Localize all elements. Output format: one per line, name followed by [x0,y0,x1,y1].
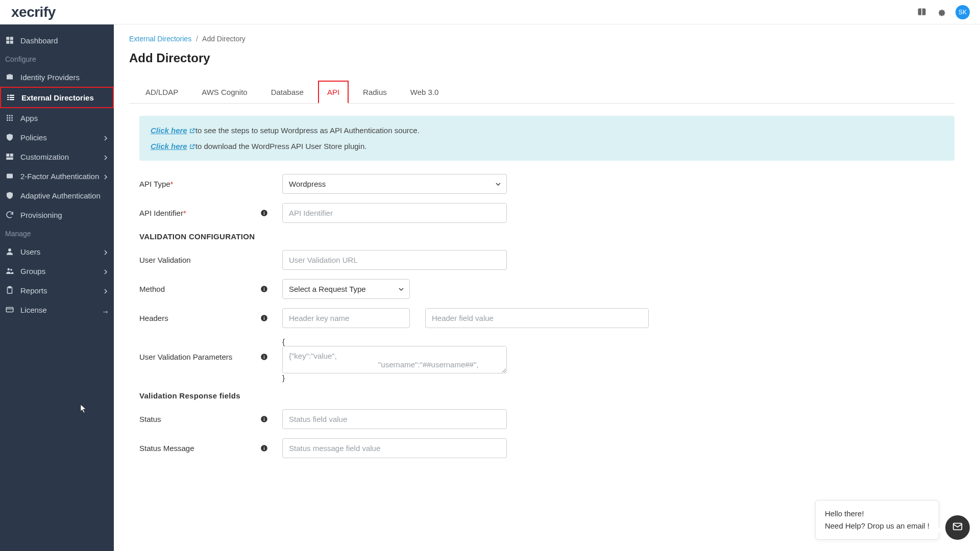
tab-ad-ldap[interactable]: AD/LDAP [136,81,187,104]
input-user-validation[interactable] [282,250,507,270]
chat-popup: Hello there! Need Help? Drop us an email… [815,500,970,540]
info-icon[interactable]: i [260,444,268,452]
logo-text-left: xec [11,4,34,20]
logo-text-right: rify [34,4,56,20]
sidebar-item-license[interactable]: License [0,300,114,319]
gear-icon[interactable] [936,7,946,17]
sidebar-item-customization[interactable]: Customization [0,147,114,166]
sidebar-item-label: External Directories [21,93,94,102]
breadcrumb: External Directories / Add Directory [129,35,954,43]
sidebar-item-identity-providers[interactable]: Identity Providers [0,67,114,87]
sidebar-item-apps[interactable]: Apps [0,108,114,128]
label-status-message: Status Message [139,444,194,453]
tab-radius[interactable]: Radius [354,81,396,104]
sidebar-item-policies[interactable]: Policies [0,128,114,147]
sidebar-item-label: License [20,306,47,314]
sidebar-item-label: Policies [20,133,47,142]
input-header-value[interactable] [425,308,649,328]
sidebar-item-label: Identity Providers [20,73,80,82]
user-icon [5,247,14,256]
svg-text:i: i [263,417,264,422]
label-params: User Validation Parameters [139,353,232,361]
breadcrumb-current: Add Directory [202,35,246,43]
info-text-2: to download the WordPress API User Store… [195,142,367,151]
sidebar-item-reports[interactable]: Reports [0,281,114,300]
info-icon[interactable]: i [260,314,268,322]
keypad-icon [5,171,14,181]
sidebar-item-adaptive-auth[interactable]: Adaptive Authentication [0,186,114,205]
sidebar-item-users[interactable]: Users [0,242,114,261]
svg-rect-19 [6,154,9,157]
sidebar-item-groups[interactable]: Groups [0,261,114,281]
tab-api[interactable]: API [318,81,349,104]
chevron-right-icon [103,268,109,274]
tab-database[interactable]: Database [262,81,313,104]
info-icon[interactable]: i [260,285,268,293]
svg-rect-20 [10,154,13,157]
svg-point-18 [11,119,13,121]
chat-bubble: Hello there! Need Help? Drop us an email… [815,500,939,540]
sidebar-item-2fa[interactable]: 2-Factor Authentication [0,166,114,186]
input-status[interactable] [282,409,507,429]
info-icon[interactable]: i [260,353,268,361]
row-params: User Validation Parameters i { } [139,337,954,382]
brace-close: } [282,373,670,382]
card-icon [5,305,14,314]
sidebar: Dashboard Configure Identity Providers E… [0,24,114,551]
logo[interactable]: xec rify [11,5,56,20]
svg-point-17 [9,119,11,121]
input-api-identifier[interactable] [282,203,507,223]
sidebar-item-label: Groups [20,267,45,276]
svg-rect-2 [6,41,9,44]
main-content: External Directories / Add Directory Add… [114,24,980,551]
header-right: SK [917,5,970,19]
click-here-link-2[interactable]: Click here [151,142,195,151]
chevron-right-icon [103,248,109,255]
dashboard-icon [5,36,14,45]
breadcrumb-parent[interactable]: External Directories [129,35,191,43]
form-area: Click here to see the steps to setup Wor… [129,104,954,458]
svg-rect-7 [10,97,14,98]
avatar[interactable]: SK [955,5,970,19]
row-method: Method i Select a Request Type [139,279,954,299]
select-method[interactable]: Select a Request Type [282,279,410,299]
input-header-key[interactable] [282,308,410,328]
sidebar-item-external-directories[interactable]: External Directories [0,87,114,108]
tab-aws-cognito[interactable]: AWS Cognito [192,81,256,104]
top-header: xec rify SK [0,0,980,24]
sidebar-item-provisioning[interactable]: Provisioning [0,205,114,224]
svg-rect-3 [10,41,13,44]
brace-open: { [282,337,670,346]
info-icon[interactable]: i [260,415,268,423]
label-headers: Headers [139,314,168,322]
sidebar-item-label: 2-Factor Authentication [20,172,99,181]
svg-rect-0 [6,37,9,40]
row-headers: Headers i [139,308,954,328]
textarea-params[interactable] [282,346,507,373]
svg-text:i: i [263,316,264,321]
sidebar-item-dashboard[interactable]: Dashboard [0,31,114,50]
chevron-right-icon [103,154,109,160]
click-here-link-1[interactable]: Click here [151,126,195,135]
label-user-validation: User Validation [139,256,191,264]
svg-rect-4 [7,95,9,96]
input-status-message[interactable] [282,438,507,458]
chat-line-2: Need Help? Drop us an email ! [825,520,929,532]
row-user-validation: User Validation [139,250,954,270]
svg-point-11 [9,115,11,116]
tab-web30[interactable]: Web 3.0 [401,81,448,104]
breadcrumb-separator: / [196,35,198,43]
svg-rect-6 [7,97,9,98]
docs-icon[interactable] [917,7,927,17]
sidebar-item-label: Adaptive Authentication [20,191,101,200]
sidebar-item-label: Users [20,247,40,256]
chat-button[interactable] [945,515,970,540]
sync-icon [5,210,14,219]
svg-rect-1 [10,37,13,40]
row-api-type: API Type* Wordpress [139,174,954,194]
page-title: Add Directory [129,51,954,65]
select-api-type[interactable]: Wordpress [282,174,507,194]
info-icon[interactable]: i [260,209,268,217]
shield-icon [5,133,14,142]
response-fields-heading: Validation Response fields [139,391,954,400]
